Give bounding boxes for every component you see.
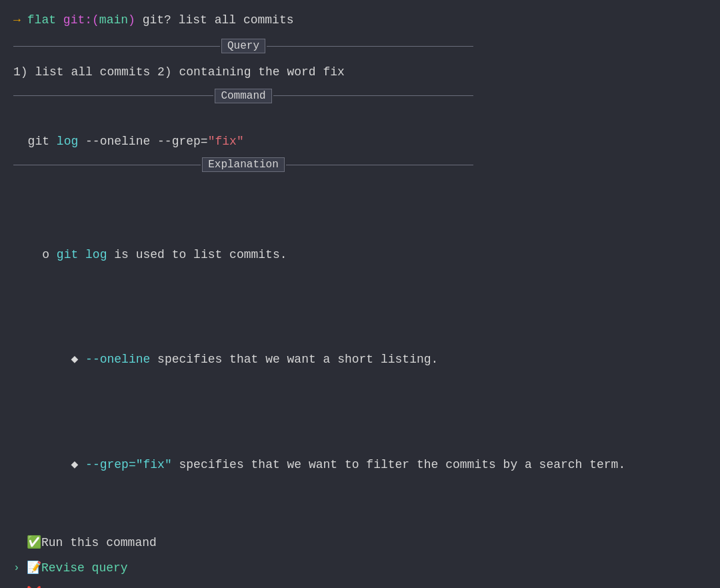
actions-list: ✅ Run this command › 📝 Revise query ❌ Ca…	[13, 531, 707, 588]
git-log-term: git log	[57, 248, 107, 261]
bullet-circle: o	[42, 248, 57, 261]
run-label: Run this command	[41, 531, 157, 555]
bullet-indent-1: ◆	[42, 353, 85, 366]
terminal-prompt: → flat git:(main) git? list all commits	[13, 13, 707, 27]
action-run[interactable]: ✅ Run this command	[13, 531, 707, 555]
explanation-main-line: o git log is used to list commits.	[13, 223, 707, 287]
revise-label: Revise query	[41, 556, 128, 580]
explanation-divider: Explanation	[13, 157, 473, 172]
revise-icon: 📝	[27, 556, 41, 580]
branch-open	[56, 13, 63, 27]
directory-name: flat	[27, 13, 56, 27]
command-divider: Command	[13, 89, 473, 103]
grep-explanation: specifies that we want to filter the com…	[172, 458, 626, 471]
git-word: git	[28, 135, 57, 148]
bullet-indent-2: ◆	[42, 458, 85, 471]
action-cancel[interactable]: ❌ Cancel	[13, 581, 707, 588]
query-divider: Query	[13, 39, 473, 53]
explanation-label: Explanation	[202, 157, 285, 172]
prompt-text: git? list all commits	[135, 13, 294, 27]
branch-close-paren: )	[128, 13, 135, 27]
divider-line-right-3	[286, 165, 473, 165]
branch-name: main	[99, 13, 128, 27]
oneline-explanation: specifies that we want a short listing.	[150, 353, 438, 366]
divider-line-left-2	[13, 95, 213, 96]
divider-line-right-2	[273, 95, 473, 96]
divider-line-left-3	[13, 165, 201, 165]
run-icon: ✅	[27, 531, 41, 555]
prompt-arrow: →	[13, 13, 21, 27]
log-word: log	[57, 135, 78, 148]
divider-line-right	[267, 46, 473, 47]
query-content: 1) list all commits 2) containing the wo…	[13, 63, 707, 82]
cancel-icon: ❌	[27, 581, 41, 588]
revise-arrow: ›	[13, 557, 23, 579]
command-content: git log --oneline --grep="fix"	[13, 113, 707, 151]
action-revise[interactable]: › 📝 Revise query	[13, 556, 707, 580]
query-label: Query	[221, 39, 265, 53]
command-label: Command	[215, 89, 271, 103]
branch-open-paren: git:(	[63, 13, 99, 27]
grep-term: --grep="fix"	[85, 458, 172, 471]
explanation-bullet-2: ◆ --grep="fix" specifies that we want to…	[13, 433, 707, 497]
grep-value: "fix"	[208, 135, 244, 148]
divider-line-left	[13, 46, 220, 47]
oneline-flag: --oneline --grep=	[78, 135, 207, 148]
explanation-content: o git log is used to list commits. ◆ --o…	[13, 181, 707, 517]
cancel-label: Cancel	[41, 581, 85, 588]
main-explanation: is used to list commits.	[107, 248, 287, 261]
explanation-bullet-1: ◆ --oneline specifies that we want a sho…	[13, 329, 707, 392]
oneline-term: --oneline	[85, 353, 150, 366]
